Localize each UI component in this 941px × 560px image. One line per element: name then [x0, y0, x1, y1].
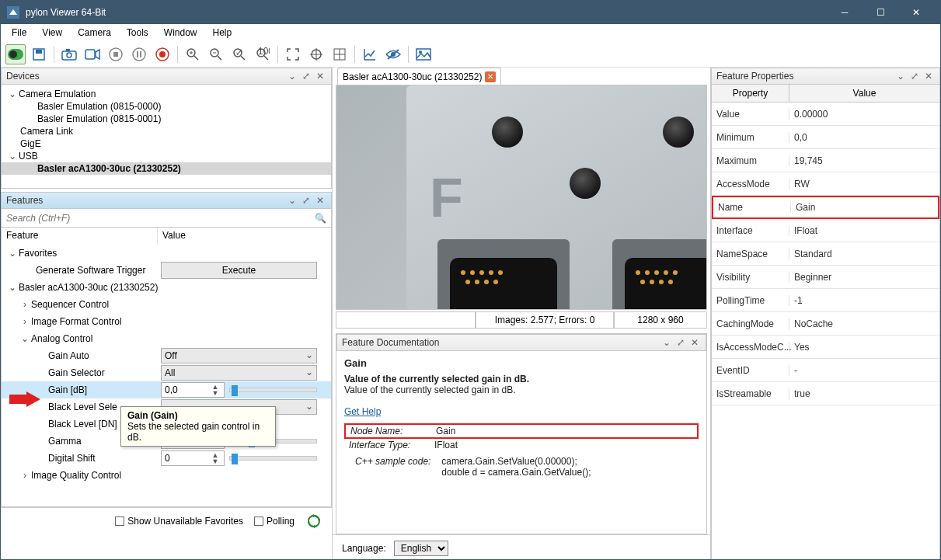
- tree-emu1[interactable]: Basler Emulation (0815-0000): [37, 101, 161, 112]
- execute-button[interactable]: Execute: [161, 262, 317, 279]
- doc-code2: double d = camera.Gain.GetValue();: [441, 467, 591, 478]
- gain-auto-dropdown[interactable]: Off: [161, 348, 317, 363]
- feat-blk-sel[interactable]: Black Level Sele: [48, 402, 117, 412]
- camera-view[interactable]: F: [336, 85, 707, 310]
- features-tree[interactable]: ⌄Favorites Generate Software TriggerExec…: [1, 245, 332, 507]
- feat-gamma[interactable]: Gamma: [48, 436, 82, 447]
- menu-window[interactable]: Window: [158, 26, 204, 40]
- properties-grid: PropertyValue Value0.00000 Minimum0,0 Ma…: [711, 85, 940, 560]
- feat-gen-trigger[interactable]: Generate Software Trigger: [36, 265, 145, 276]
- menu-help[interactable]: Help: [207, 26, 239, 40]
- menu-camera[interactable]: Camera: [71, 26, 117, 40]
- feat-sequencer[interactable]: Sequencer Control: [31, 299, 109, 310]
- grid-icon[interactable]: [329, 44, 350, 64]
- zoom-in-icon[interactable]: [183, 44, 203, 64]
- connect-toggle-icon[interactable]: [5, 44, 26, 64]
- svg-point-6: [67, 53, 71, 57]
- panel-dropdown-icon[interactable]: ⌄: [286, 70, 298, 82]
- feat-gain-auto[interactable]: Gain Auto: [48, 350, 89, 361]
- panel-close-icon[interactable]: ✕: [314, 194, 326, 207]
- tree-usb[interactable]: USB: [19, 151, 38, 162]
- panel-undock-icon[interactable]: ⤢: [300, 70, 312, 82]
- dshift-slider[interactable]: [229, 456, 317, 461]
- polling-checkbox[interactable]: Polling: [254, 516, 294, 527]
- menu-tools[interactable]: Tools: [120, 26, 155, 40]
- video-icon[interactable]: [82, 44, 103, 64]
- panel-close-icon[interactable]: ✕: [688, 336, 701, 349]
- pause-icon[interactable]: [129, 44, 149, 64]
- gain-spinner[interactable]: 0,0▲▼: [161, 382, 225, 398]
- devices-tree[interactable]: ⌄Camera Emulation Basler Emulation (0815…: [1, 85, 332, 189]
- get-help-link[interactable]: Get Help: [344, 406, 381, 417]
- panel-close-icon[interactable]: ✕: [922, 70, 935, 82]
- feat-analog[interactable]: Analog Control: [31, 333, 92, 344]
- doc-iface-key: Interface Type:: [344, 439, 430, 451]
- tree-camera-emulation[interactable]: Camera Emulation: [19, 89, 96, 99]
- fullscreen-icon[interactable]: [283, 44, 303, 64]
- col-value: Value: [157, 228, 331, 245]
- feat-camera-node[interactable]: Basler acA1300-30uc (21330252): [19, 282, 158, 293]
- doc-iface-val: IFloat: [430, 439, 462, 451]
- dshift-spinner[interactable]: 0▲▼: [161, 450, 225, 466]
- gain-sel-dropdown[interactable]: All: [161, 365, 317, 381]
- gain-slider[interactable]: [229, 388, 317, 392]
- zoom-out-icon[interactable]: [206, 44, 226, 64]
- tree-camlink[interactable]: Camera Link: [20, 126, 73, 137]
- menu-view[interactable]: View: [36, 26, 68, 40]
- props-title: Feature Properties: [716, 71, 793, 82]
- tab-close-icon[interactable]: ✕: [485, 71, 496, 82]
- devices-title: Devices: [6, 71, 40, 82]
- snapshot-icon[interactable]: [59, 44, 79, 64]
- image-icon[interactable]: [413, 44, 434, 64]
- panel-undock-icon[interactable]: ⤢: [300, 194, 312, 207]
- feat-dshift[interactable]: Digital Shift: [48, 453, 96, 464]
- crosshair-icon[interactable]: [306, 44, 326, 64]
- search-input[interactable]: [6, 213, 315, 224]
- svg-line-17: [194, 56, 198, 60]
- features-search[interactable]: 🔍: [1, 209, 332, 228]
- refresh-icon[interactable]: [305, 513, 322, 530]
- show-unavail-checkbox[interactable]: Show Unavailable Favorites: [115, 516, 243, 527]
- save-icon[interactable]: [29, 44, 49, 64]
- doc-bold: Value of the currently selected gain in …: [344, 374, 529, 384]
- panel-dropdown-icon[interactable]: ⌄: [660, 336, 673, 349]
- minimize-button[interactable]: ─: [827, 1, 863, 24]
- search-icon[interactable]: 🔍: [315, 213, 326, 224]
- prop-row-name: NameGain: [712, 196, 939, 219]
- record-icon[interactable]: [152, 44, 173, 64]
- feat-gain-sel[interactable]: Gain Selector: [48, 367, 105, 378]
- zoom-fit-icon[interactable]: ⤢: [229, 44, 249, 64]
- maximize-button[interactable]: ☐: [863, 1, 898, 24]
- panel-dropdown-icon[interactable]: ⌄: [286, 194, 298, 207]
- feat-imgqual[interactable]: Image Quality Control: [31, 470, 121, 481]
- status-resolution: 1280 x 960: [614, 311, 707, 329]
- panel-close-icon[interactable]: ✕: [314, 70, 326, 82]
- feat-gain[interactable]: Gain [dB]: [48, 384, 87, 395]
- language-select[interactable]: English: [394, 541, 448, 556]
- svg-rect-4: [36, 50, 42, 54]
- stop-icon[interactable]: [106, 44, 126, 64]
- close-button[interactable]: ✕: [898, 1, 934, 24]
- status-images: Images: 2.577; Errors: 0: [476, 311, 614, 329]
- features-bottombar: Show Unavailable Favorites Polling: [1, 507, 332, 534]
- svg-rect-12: [137, 51, 138, 57]
- panel-undock-icon[interactable]: ⤢: [908, 70, 921, 82]
- svg-point-15: [159, 51, 166, 57]
- image-tab[interactable]: Basler acA1300-30uc (21330252) ✕: [337, 68, 501, 85]
- feat-imgformat[interactable]: Image Format Control: [31, 316, 122, 327]
- panel-dropdown-icon[interactable]: ⌄: [894, 70, 907, 82]
- tree-emu2[interactable]: Basler Emulation (0815-0001): [37, 113, 161, 124]
- tree-usbcam[interactable]: Basler acA1300-30uc (21330252): [37, 163, 181, 174]
- feat-blk-lvl[interactable]: Black Level [DN]: [48, 419, 117, 430]
- props-panel-header: Feature Properties ⌄ ⤢ ✕: [711, 68, 940, 85]
- chart-icon[interactable]: [360, 44, 380, 64]
- feat-favorites[interactable]: Favorites: [19, 248, 57, 259]
- panel-undock-icon[interactable]: ⤢: [674, 336, 687, 349]
- svg-text:100: 100: [258, 47, 270, 57]
- doc-heading: Gain: [344, 357, 699, 369]
- menu-file[interactable]: File: [5, 26, 33, 40]
- eye-off-icon[interactable]: [383, 44, 403, 64]
- tree-gige[interactable]: GigE: [20, 138, 41, 149]
- doc-title-label: Feature Documentation: [342, 337, 439, 348]
- zoom-100-icon[interactable]: 100: [253, 44, 273, 64]
